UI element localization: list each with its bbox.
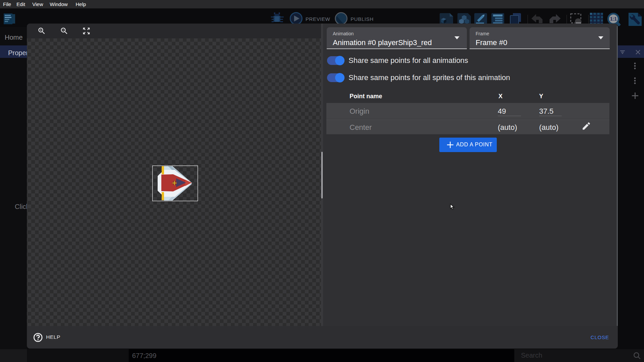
- svg-text:1:1: 1:1: [610, 16, 617, 22]
